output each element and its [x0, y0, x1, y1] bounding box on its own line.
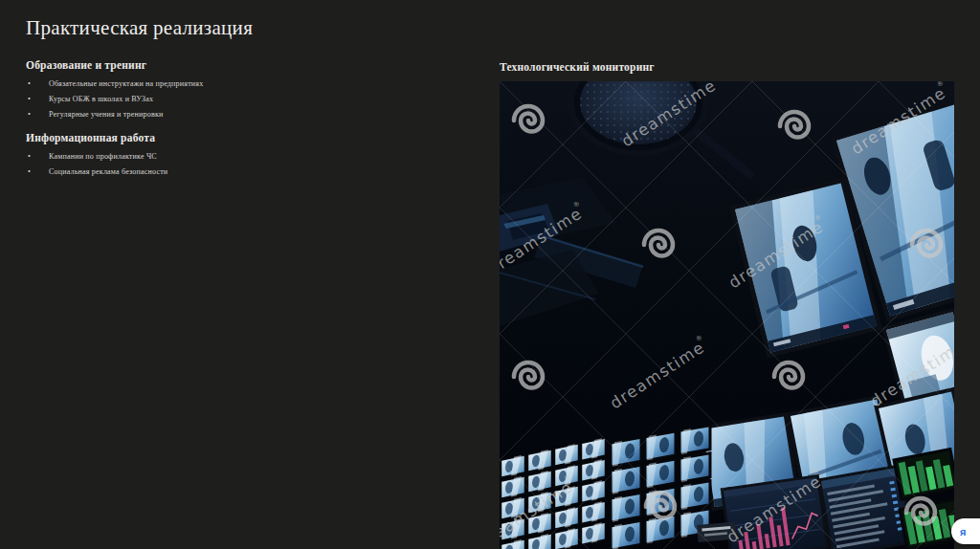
list-item: • Курсы ОБЖ в школах и ВУЗах: [26, 95, 485, 110]
list-item: • Кампании по профилактике ЧС: [26, 152, 485, 167]
floating-assistant-button[interactable]: я: [951, 518, 980, 544]
list-item: • Обязательные инструктажи на предприяти…: [26, 79, 485, 95]
section-heading-education: Образование и тренинг: [26, 59, 485, 71]
bullet-marker: •: [26, 110, 49, 119]
floating-assistant-button-label: я: [960, 526, 966, 538]
cctv-photo-canvas: dreamstime ® dreamstime ® dreamstime ® d…: [500, 81, 954, 549]
bullet-list-information: • Кампании по профилактике ЧС • Социальн…: [26, 152, 485, 183]
list-item-text: Социальная реклама безопасности: [49, 167, 167, 176]
bullet-marker: •: [26, 95, 49, 103]
list-item-text: Курсы ОБЖ в школах и ВУЗах: [49, 95, 153, 103]
section-heading-information: Информационная работа: [26, 132, 485, 143]
left-column: Образование и тренинг • Обязательные инс…: [26, 59, 485, 183]
list-item: • Социальная реклама безопасности: [26, 167, 485, 183]
list-item-text: Обязательные инструктажи на предприятиях: [49, 79, 203, 88]
dreamstime-watermark: dreamstime ® dreamstime ® dreamstime ® d…: [500, 81, 954, 549]
bullet-marker: •: [26, 167, 49, 176]
stock-photo-cctv-control-room: dreamstime ® dreamstime ® dreamstime ® d…: [500, 81, 954, 549]
section-heading-monitoring: Технологический мониторинг: [500, 61, 655, 73]
bullet-list-education: • Обязательные инструктажи на предприяти…: [26, 79, 485, 125]
list-item-text: Регулярные учения и тренировки: [49, 110, 163, 119]
bullet-marker: •: [26, 79, 49, 88]
list-item: • Регулярные учения и тренировки: [26, 110, 485, 125]
list-item-text: Кампании по профилактике ЧС: [49, 152, 157, 161]
slide-title: Практическая реализация: [26, 16, 253, 40]
bullet-marker: •: [26, 152, 49, 161]
